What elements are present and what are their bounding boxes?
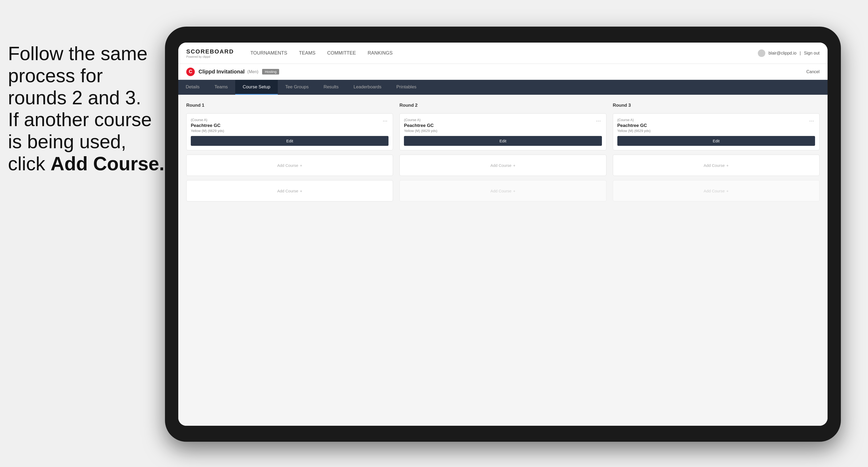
add-course-label-r2-2: Add Course + — [490, 189, 516, 193]
tournament-bar: C Clippd Invitational (Men) Hosting Canc… — [178, 64, 828, 80]
course-card-info: (Course A) Peachtree GC Yellow (M) (6629… — [191, 118, 381, 136]
add-course-plus-icon-r3: + — [726, 163, 729, 168]
add-course-card-r1-1[interactable]: Add Course + — [186, 155, 393, 176]
scoreboard-logo: SCOREBOARD Powered by clippd — [186, 48, 234, 58]
hosting-badge: Hosting — [262, 69, 279, 74]
add-course-text-r3-2: Add Course — [704, 189, 724, 193]
add-course-label-r3: Add Course + — [704, 163, 728, 168]
tournament-icon: C — [186, 68, 195, 76]
course-card-info-r3: (Course A) Peachtree GC Yellow (M) (6629… — [617, 118, 808, 136]
nav-separator: | — [800, 51, 801, 56]
logo-title: SCOREBOARD — [186, 48, 234, 55]
tab-teams[interactable]: Teams — [207, 80, 235, 95]
card-menu-button-r2[interactable]: ⋯ — [595, 118, 602, 124]
add-course-card-r1-2[interactable]: Add Course + — [186, 180, 393, 201]
tablet-screen: SCOREBOARD Powered by clippd TOURNAMENTS… — [178, 42, 828, 426]
instruction-panel: Follow the same process for rounds 2 and… — [0, 42, 181, 175]
top-nav-right: blair@clippd.io | Sign out — [758, 50, 819, 57]
add-course-text: Add Course — [277, 163, 298, 168]
add-course-card-r3-1[interactable]: Add Course + — [613, 155, 819, 176]
add-course-text-r2: Add Course — [490, 163, 512, 168]
instruction-text: Follow the same process for rounds 2 and… — [8, 43, 164, 174]
add-course-text-r2-2: Add Course — [490, 189, 512, 193]
round-2-column: Round 2 (Course A) Peachtree GC Yellow (… — [399, 103, 606, 201]
tournament-name: Clippd Invitational — [198, 69, 245, 75]
course-tag-r2: (Course A) — [404, 118, 595, 122]
course-tag-r3: (Course A) — [617, 118, 808, 122]
course-tag: (Course A) — [191, 118, 381, 122]
logo-subtitle: Powered by clippd — [186, 55, 234, 58]
nav-tournaments[interactable]: TOURNAMENTS — [245, 42, 293, 64]
course-card-info-r2: (Course A) Peachtree GC Yellow (M) (6629… — [404, 118, 595, 136]
add-course-card-r2-1[interactable]: Add Course + — [399, 155, 606, 176]
tab-course-setup[interactable]: Course Setup — [235, 80, 278, 95]
course-details-r3: Yellow (M) (6629 yds) — [617, 129, 808, 133]
add-course-label-r3-2: Add Course + — [704, 189, 728, 193]
add-course-text-2: Add Course — [277, 189, 298, 193]
top-navigation: SCOREBOARD Powered by clippd TOURNAMENTS… — [178, 42, 828, 64]
add-course-label-2: Add Course + — [277, 189, 302, 193]
cancel-button[interactable]: Cancel — [806, 69, 819, 74]
course-details-r2: Yellow (M) (6629 yds) — [404, 129, 595, 133]
round-1-label: Round 1 — [186, 103, 393, 108]
course-details: Yellow (M) (6629 yds) — [191, 129, 381, 133]
nav-teams[interactable]: TEAMS — [293, 42, 321, 64]
tab-details[interactable]: Details — [178, 80, 207, 95]
nav-committee[interactable]: COMMITTEE — [321, 42, 362, 64]
course-card-header-r2: (Course A) Peachtree GC Yellow (M) (6629… — [404, 118, 602, 136]
card-menu-button-r3[interactable]: ⋯ — [808, 118, 815, 124]
main-nav: TOURNAMENTS TEAMS COMMITTEE RANKINGS — [245, 42, 758, 64]
tab-results[interactable]: Results — [316, 80, 346, 95]
add-course-card-r3-2: Add Course + — [613, 180, 819, 201]
user-avatar — [758, 50, 765, 57]
course-name-r3: Peachtree GC — [617, 123, 808, 128]
round-2-course-card: (Course A) Peachtree GC Yellow (M) (6629… — [399, 113, 606, 150]
instruction-bold: Add Course. — [51, 153, 164, 174]
nav-rankings[interactable]: RANKINGS — [362, 42, 399, 64]
tournament-type: (Men) — [247, 69, 258, 74]
round-3-label: Round 3 — [613, 103, 819, 108]
tab-leaderboards[interactable]: Leaderboards — [346, 80, 389, 95]
round-3-column: Round 3 (Course A) Peachtree GC Yellow (… — [613, 103, 819, 201]
add-course-plus-icon: + — [300, 163, 302, 168]
tab-printables[interactable]: Printables — [389, 80, 424, 95]
rounds-grid: Round 1 (Course A) Peachtree GC Yellow (… — [186, 103, 819, 201]
round-1-column: Round 1 (Course A) Peachtree GC Yellow (… — [186, 103, 393, 201]
round-1-course-card: (Course A) Peachtree GC Yellow (M) (6629… — [186, 113, 393, 150]
add-course-plus-icon-r3-2: + — [726, 189, 729, 193]
tab-bar: Details Teams Course Setup Tee Groups Re… — [178, 80, 828, 95]
tab-tee-groups[interactable]: Tee Groups — [278, 80, 316, 95]
course-card-header-r3: (Course A) Peachtree GC Yellow (M) (6629… — [617, 118, 815, 136]
round-2-label: Round 2 — [399, 103, 606, 108]
add-course-text-r3: Add Course — [704, 163, 724, 168]
main-content: Round 1 (Course A) Peachtree GC Yellow (… — [178, 95, 828, 426]
edit-course-button-r2[interactable]: Edit — [404, 136, 602, 146]
round-3-course-card: (Course A) Peachtree GC Yellow (M) (6629… — [613, 113, 819, 150]
course-card-header: (Course A) Peachtree GC Yellow (M) (6629… — [191, 118, 389, 136]
tablet-device: SCOREBOARD Powered by clippd TOURNAMENTS… — [165, 27, 841, 442]
add-course-card-r2-2: Add Course + — [399, 180, 606, 201]
add-course-label-r2: Add Course + — [490, 163, 516, 168]
sign-out-link[interactable]: Sign out — [804, 51, 819, 56]
course-name-r2: Peachtree GC — [404, 123, 595, 128]
course-name: Peachtree GC — [191, 123, 381, 128]
add-course-plus-icon-r2-2: + — [513, 189, 516, 193]
add-course-label: Add Course + — [277, 163, 302, 168]
add-course-plus-icon-2: + — [300, 189, 302, 193]
edit-course-button-r3[interactable]: Edit — [617, 136, 815, 146]
user-email: blair@clippd.io — [769, 51, 797, 56]
card-menu-button[interactable]: ⋯ — [381, 118, 389, 124]
add-course-plus-icon-r2: + — [513, 163, 516, 168]
edit-course-button[interactable]: Edit — [191, 136, 389, 146]
